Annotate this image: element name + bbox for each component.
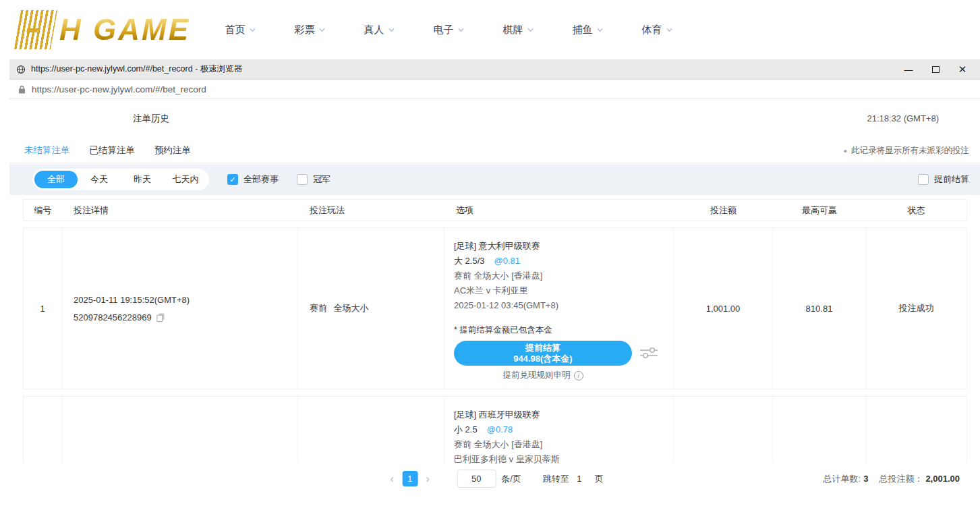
chevron-down-icon: [596, 26, 604, 34]
market-line: 赛前 全场大小 [香港盘]: [454, 437, 673, 452]
next-page-icon[interactable]: ›: [422, 473, 434, 485]
cell-amount: 1,001.00: [674, 228, 773, 389]
cashout-button[interactable]: 提前结算 944.98(含本金): [454, 341, 632, 366]
browser-title-bar[interactable]: https://user-pc-new.jylywl.com/#/bet_rec…: [9, 59, 980, 80]
footer-bar: ‹ 1 › 条/页 跳转至 页 总计单数:3 总投注额：2,001.00: [9, 463, 980, 506]
prev-page-icon[interactable]: ‹: [386, 473, 398, 485]
range-pill-yesterday[interactable]: 昨天: [121, 171, 164, 188]
nav-label: 棋牌: [503, 24, 523, 36]
league-line: [足球] 意大利甲级联赛: [454, 239, 673, 254]
close-icon[interactable]: ✕: [949, 59, 976, 80]
checkbox-unchecked-icon: [918, 174, 929, 185]
cell-option: [足球] 意大利甲级联赛 大 2.5/3 @0.81 赛前 全场大小 [香港盘]…: [444, 228, 674, 389]
nav-label: 真人: [364, 24, 384, 36]
league-line: [足球] 西班牙甲级联赛: [454, 407, 673, 422]
nav-item-lottery[interactable]: 彩票: [275, 24, 345, 36]
champion-checkbox[interactable]: 冠军: [297, 173, 330, 186]
tab-reserved[interactable]: 预约注单: [154, 144, 191, 157]
nav-item-live[interactable]: 真人: [345, 24, 414, 36]
page-number-button[interactable]: 1: [402, 471, 417, 486]
copy-icon[interactable]: [156, 312, 165, 322]
record-note: • 此记录将显示所有未派彩的投注: [844, 138, 969, 163]
nav-item-sports[interactable]: 体育: [623, 24, 692, 36]
jump-page-input[interactable]: [569, 470, 589, 488]
pick: 小 2.5: [454, 422, 478, 437]
col-header-option: 选项: [444, 204, 674, 217]
nav-item-slots[interactable]: 电子: [414, 24, 484, 36]
tabs-row: 未结算注单 已结算注单 预约注单 • 此记录将显示所有未派彩的投注: [9, 138, 980, 163]
odds: @0.81: [494, 254, 521, 269]
tab-unsettled[interactable]: 未结算注单: [24, 144, 70, 157]
filter-row: 全部 今天 昨天 七天内 ✓ 全部赛事 冠军 提前结算: [9, 164, 980, 195]
record-note-text: 此记录将显示所有未派彩的投注: [851, 145, 969, 157]
per-page-label: 条/页: [501, 473, 521, 485]
cashout-rule-text: 提前兑现规则申明: [503, 370, 571, 381]
bet-placed-time: 2025-01-11 19:15:52(GMT+8): [74, 295, 297, 305]
all-events-label: 全部赛事: [243, 173, 279, 186]
main-nav: 首页 彩票 真人 电子 棋牌 捕鱼 体育: [206, 0, 692, 59]
pick: 大 2.5/3: [454, 254, 485, 269]
chevron-down-icon: [527, 26, 534, 34]
range-pill-all[interactable]: 全部: [34, 171, 78, 188]
maximize-glyph: [932, 66, 940, 73]
tab-settled[interactable]: 已结算注单: [90, 144, 136, 157]
clock: 21:18:32 (GMT+8): [867, 113, 939, 123]
nav-label: 电子: [434, 24, 454, 36]
odds: @0.78: [487, 422, 513, 437]
tabs: 未结算注单 已结算注单 预约注单: [24, 138, 191, 163]
cashout-button-title: 提前结算: [525, 343, 560, 354]
maximize-icon[interactable]: [922, 59, 949, 80]
nav-item-cards[interactable]: 棋牌: [484, 24, 553, 36]
col-header-detail: 投注详情: [62, 204, 298, 217]
window-title: https://user-pc-new.jylywl.com/#/bet_rec…: [31, 63, 242, 75]
col-header-status: 状态: [866, 204, 967, 217]
browser-window: https://user-pc-new.jylywl.com/#/bet_rec…: [9, 59, 980, 506]
logo-bars-icon: [14, 10, 57, 49]
early-settle-checkbox[interactable]: 提前结算: [918, 173, 969, 186]
cell-max-win: 810.81: [773, 228, 866, 389]
sliders-icon[interactable]: [639, 345, 659, 362]
col-header-amount: 投注额: [674, 204, 773, 217]
champion-label: 冠军: [313, 173, 330, 186]
match-line: AC米兰 v 卡利亚里: [454, 283, 673, 298]
cashout-rule: 提前兑现规则申明 i: [454, 370, 632, 381]
info-icon[interactable]: i: [574, 371, 583, 381]
cell-no: 1: [24, 228, 62, 389]
total-amount: 总投注额：2,001.00: [879, 473, 960, 485]
market-line: 赛前 全场大小 [香港盘]: [454, 269, 673, 283]
nav-label: 首页: [225, 24, 246, 36]
table-row: 1 2025-01-11 19:15:52(GMT+8) 52097824562…: [23, 227, 967, 389]
chevron-down-icon: [388, 26, 395, 34]
page-title: 注单历史: [133, 113, 169, 125]
table-header: 编号 投注详情 投注玩法 选项 投注额 最高可赢 状态: [23, 199, 967, 221]
nav-label: 捕鱼: [573, 24, 593, 36]
page-unit-label: 页: [595, 473, 604, 485]
cell-bet-detail: 2025-01-11 19:15:52(GMT+8) 5209782456228…: [62, 228, 298, 389]
site-header: H GAME 首页 彩票 真人 电子 棋牌 捕鱼 体育: [0, 0, 980, 59]
total-count-label: 总计单数:: [824, 474, 861, 484]
logo-text: H GAME: [59, 15, 190, 45]
total-count-value: 3: [863, 474, 868, 484]
bet-record-page: 注单历史 21:18:32 (GMT+8) 未结算注单 已结算注单 预约注单 •…: [9, 100, 980, 506]
lock-icon: [18, 85, 26, 94]
range-pill-today[interactable]: 今天: [78, 171, 121, 188]
minimize-icon[interactable]: —: [895, 59, 922, 80]
nav-label: 彩票: [295, 24, 315, 36]
nav-item-home[interactable]: 首页: [206, 24, 275, 36]
early-settle-label: 提前结算: [934, 173, 969, 186]
nav-label: 体育: [642, 24, 662, 36]
range-pill-7days[interactable]: 七天内: [164, 171, 207, 188]
jump-to-label: 跳转至: [543, 473, 569, 485]
checkbox-unchecked-icon: [297, 174, 308, 185]
chevron-down-icon: [318, 26, 326, 34]
page-size-input[interactable]: [457, 470, 496, 488]
total-count: 总计单数:3: [824, 473, 869, 485]
site-logo[interactable]: H GAME: [18, 4, 190, 55]
chevron-down-icon: [666, 26, 673, 34]
window-controls: — ✕: [895, 59, 976, 80]
address-bar[interactable]: https://user-pc-new.jylywl.com/#/bet_rec…: [9, 80, 980, 99]
nav-item-fishing[interactable]: 捕鱼: [553, 24, 623, 36]
col-header-play: 投注玩法: [298, 204, 444, 217]
chevron-down-icon: [249, 26, 256, 34]
all-events-checkbox[interactable]: ✓ 全部赛事: [227, 173, 279, 186]
